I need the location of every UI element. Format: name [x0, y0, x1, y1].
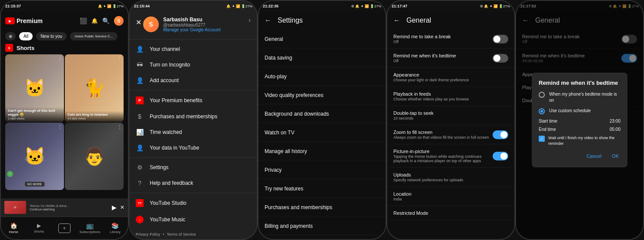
menu-incognito[interactable]: 🕶 Turn on Incognito: [130, 57, 257, 73]
appearance-label: Appearance: [393, 72, 508, 77]
short-card-1[interactable]: 🐱 ⋮ Can't get enough of this butt wiggle…: [5, 54, 64, 122]
mini-notification: P Telcos Vs Netflix & Ama... Continue wa…: [1, 198, 128, 217]
dialog-option-2[interactable]: Use custom schedule: [539, 108, 621, 114]
break-toggle[interactable]: [493, 35, 508, 43]
general-item-uploads[interactable]: Uploads Specify network preferences for …: [387, 168, 514, 187]
nav-library[interactable]: 📚 Library: [103, 217, 128, 239]
filter-explore[interactable]: ⊕: [5, 32, 16, 40]
settings-icon: ⚙: [136, 164, 144, 171]
settings-video-quality[interactable]: Video quality preferences: [258, 86, 386, 104]
settings-general-label: General: [265, 36, 283, 42]
settings-general[interactable]: General: [258, 30, 386, 48]
bell-icon[interactable]: 🔔: [91, 18, 98, 24]
more-options-3[interactable]: ⋮: [58, 124, 62, 129]
settings-manage-history[interactable]: Manage all history: [258, 142, 386, 160]
dialog-ok-button[interactable]: OK: [610, 152, 621, 160]
menu-close-button[interactable]: ✕: [136, 18, 141, 27]
mini-play-button[interactable]: ▶: [112, 204, 117, 211]
short-card-4[interactable]: 👨 ⋮: [65, 123, 124, 190]
settings-purchases-memberships[interactable]: Purchases and memberships: [258, 198, 386, 217]
music-icon: ♪: [136, 216, 144, 223]
settings-try-features[interactable]: Try new features: [258, 179, 386, 198]
start-time-value[interactable]: 23:00: [610, 119, 621, 123]
filter-all[interactable]: All: [19, 32, 33, 40]
settings-watch-tv[interactable]: Watch on TV: [258, 123, 386, 142]
short-card-2[interactable]: 🐈 ⋮ Cats are king in Istanbul 43 lakh vi…: [65, 54, 124, 122]
break-label: Remind me to take a break: [393, 34, 493, 39]
end-time-value[interactable]: 05:00: [610, 127, 621, 132]
bedtime-toggle[interactable]: [493, 54, 508, 63]
settings-privacy[interactable]: Privacy: [258, 160, 386, 179]
cast-icon[interactable]: ⬛: [80, 17, 87, 24]
create-icon[interactable]: +: [58, 223, 70, 233]
general-item-double-tap[interactable]: Double-tap to seek 10 seconds: [387, 106, 514, 125]
break-sub: Off: [393, 40, 493, 44]
more-options-4[interactable]: ⋮: [117, 124, 122, 129]
back-button-3[interactable]: ←: [265, 17, 272, 24]
footer-separator: •: [163, 232, 164, 237]
header-icons: ⬛ 🔔 🔍 S: [80, 16, 124, 26]
zoom-toggle[interactable]: [493, 130, 508, 139]
general-item-appearance[interactable]: Appearance Choose your light or dark the…: [387, 68, 514, 87]
menu-time-watched[interactable]: 📊 Time watched: [130, 124, 257, 140]
dialog-cancel-button[interactable]: Cancel: [585, 152, 603, 160]
mini-close-button[interactable]: ✕: [120, 204, 124, 210]
menu-yt-studio[interactable]: YT YouTube Studio: [130, 195, 257, 211]
menu-your-channel[interactable]: 👤 Your channel: [130, 41, 257, 57]
time-label: Time watched: [150, 129, 182, 135]
wait-checkbox-row[interactable]: Wait until I finish my video to show the…: [539, 135, 621, 146]
settings-data-saving[interactable]: Data saving: [258, 48, 386, 67]
wait-checkbox[interactable]: [539, 136, 545, 142]
double-tap-sub: 10 seconds: [393, 116, 508, 120]
settings-autoplay[interactable]: Auto-play: [258, 67, 386, 86]
terms-link[interactable]: Terms of Service: [167, 232, 196, 237]
short-overlay-2: Cats are king in Istanbul 43 lakh views: [65, 111, 124, 122]
settings-notifications[interactable]: Notifications: [258, 235, 386, 240]
library-icon: 📚: [111, 222, 119, 229]
filter-union[interactable]: Union Public Service C...: [70, 32, 117, 40]
location-label: Location: [393, 191, 508, 197]
menu-yt-music[interactable]: ♪ YouTube Music: [130, 211, 257, 228]
general-item-location[interactable]: Location India: [387, 187, 514, 206]
nav-create[interactable]: +: [52, 217, 77, 239]
double-tap-content: Double-tap to seek 10 seconds: [393, 110, 508, 120]
general-item-break[interactable]: Remind me to take a break Off: [387, 30, 514, 49]
menu-help[interactable]: ? Help and feedback: [130, 175, 257, 191]
menu-premium-benefits[interactable]: P Your Premium benefits: [130, 92, 257, 109]
menu-manage-account[interactable]: Manage your Google Account: [163, 27, 221, 32]
nav-subscriptions[interactable]: 📺 Subscriptions: [77, 217, 102, 239]
settings-billing[interactable]: Billing and payments: [258, 217, 386, 235]
nav-shorts[interactable]: ▶ Shorts: [26, 217, 51, 239]
divider-1: [130, 39, 257, 40]
shorts-nav-label: Shorts: [34, 230, 44, 233]
menu-settings[interactable]: ⚙ Settings: [130, 160, 257, 175]
radio-custom-schedule[interactable]: [539, 108, 545, 114]
more-options-2[interactable]: ⋮: [117, 56, 122, 61]
back-button-4[interactable]: ←: [393, 17, 400, 24]
general-item-pip[interactable]: Picture-in-picture Tapping the Home butt…: [387, 144, 514, 168]
settings-background-downloads[interactable]: Background and downloads: [258, 104, 386, 123]
general-item-zoom[interactable]: Zoom to fill screen Always zoom so that …: [387, 125, 514, 144]
more-options-1[interactable]: ⋮: [58, 56, 62, 61]
menu-user-name: Sarbasish Basu: [163, 17, 221, 23]
general-item-playback[interactable]: Playback in feeds Choose whether videos …: [387, 87, 514, 106]
general-item-bedtime[interactable]: Remind me when it's bedtime Off: [387, 49, 514, 68]
radio-bedtime-mode[interactable]: [539, 92, 545, 98]
avatar-icon[interactable]: S: [114, 16, 124, 26]
radio-1-label: When my phone's bedtime mode is on: [549, 91, 621, 103]
pip-toggle[interactable]: [493, 152, 508, 160]
filter-new[interactable]: New to you: [36, 32, 67, 40]
privacy-policy-link[interactable]: Privacy Policy: [136, 232, 160, 237]
settings-header: ← Settings: [258, 11, 386, 30]
menu-purchases[interactable]: $ Purchases and memberships: [130, 109, 257, 124]
short-card-3[interactable]: 🐱 ⋮ ✓ NO MORE: [5, 123, 64, 190]
search-icon[interactable]: 🔍: [102, 17, 110, 24]
subscriptions-label: Subscriptions: [79, 230, 100, 234]
settings-billing-label: Billing and payments: [265, 223, 313, 229]
menu-add-account[interactable]: 👤 Add account: [130, 73, 257, 88]
nav-home[interactable]: 🏠 Home: [1, 217, 26, 239]
menu-user-section[interactable]: S Sarbasish Basu @sarbasishbasu5277 Mana…: [141, 17, 248, 32]
dialog-option-1[interactable]: When my phone's bedtime mode is on: [539, 91, 621, 103]
menu-your-data[interactable]: 👤 Your data in YouTube: [130, 140, 257, 156]
general-item-restricted[interactable]: Restricted Mode: [387, 206, 514, 220]
